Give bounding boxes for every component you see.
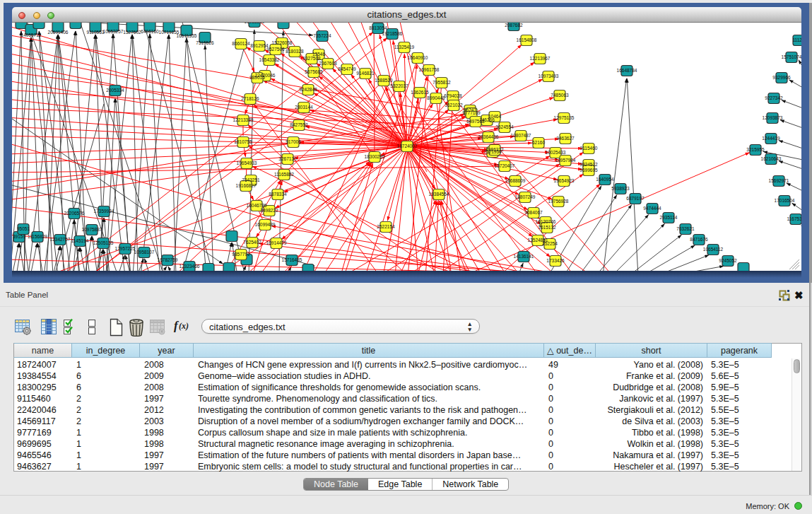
svg-text:11156829: 11156829 bbox=[28, 234, 47, 239]
svg-text:10653257: 10653257 bbox=[103, 29, 124, 34]
svg-text:9327508: 9327508 bbox=[302, 56, 321, 61]
svg-text:19756928: 19756928 bbox=[548, 199, 569, 204]
svg-text:(x): (x) bbox=[179, 321, 189, 331]
svg-text:3624554: 3624554 bbox=[495, 124, 514, 129]
svg-text:17957225: 17957225 bbox=[115, 246, 136, 251]
svg-text:15751074: 15751074 bbox=[782, 54, 801, 59]
svg-text:1640954: 1640954 bbox=[596, 177, 614, 182]
svg-text:2367608: 2367608 bbox=[319, 61, 337, 66]
svg-text:10958107: 10958107 bbox=[134, 250, 155, 255]
svg-text:1527602: 1527602 bbox=[123, 30, 141, 35]
svg-text:19654923: 19654923 bbox=[554, 178, 575, 183]
svg-text:9463627: 9463627 bbox=[556, 136, 575, 141]
svg-text:16648784: 16648784 bbox=[617, 68, 637, 73]
svg-text:9699695: 9699695 bbox=[579, 168, 598, 173]
svg-text:7632621: 7632621 bbox=[676, 226, 695, 231]
svg-text:1615132: 1615132 bbox=[538, 225, 556, 230]
svg-text:19384554: 19384554 bbox=[429, 192, 449, 197]
svg-text:15692971: 15692971 bbox=[769, 178, 789, 183]
svg-text:7986322: 7986322 bbox=[486, 147, 504, 152]
svg-text:9110553: 9110553 bbox=[87, 30, 105, 35]
svg-text:2005334: 2005334 bbox=[106, 88, 124, 93]
svg-text:10807487: 10807487 bbox=[511, 133, 531, 138]
svg-text:9245052: 9245052 bbox=[719, 258, 737, 263]
svg-text:2087682: 2087682 bbox=[505, 23, 523, 28]
svg-text:16046786: 16046786 bbox=[247, 203, 267, 208]
svg-text:20206576: 20206576 bbox=[64, 211, 85, 216]
svg-text:917006: 917006 bbox=[286, 139, 301, 144]
svg-text:1588520: 1588520 bbox=[375, 78, 393, 83]
svg-text:16782759: 16782759 bbox=[158, 257, 178, 262]
svg-text:12323466: 12323466 bbox=[180, 264, 200, 269]
svg-text:2803144: 2803144 bbox=[295, 105, 313, 110]
svg-text:12093873: 12093873 bbox=[763, 115, 783, 120]
svg-text:7485063: 7485063 bbox=[551, 93, 569, 98]
svg-text:8471676: 8471676 bbox=[690, 237, 708, 242]
svg-text:9329966: 9329966 bbox=[772, 75, 791, 80]
svg-text:2935114: 2935114 bbox=[660, 215, 678, 220]
svg-text:10973493: 10973493 bbox=[539, 74, 559, 78]
svg-text:1244419: 1244419 bbox=[762, 136, 780, 141]
svg-text:12342757: 12342757 bbox=[50, 237, 71, 242]
svg-text:9227342: 9227342 bbox=[765, 95, 783, 100]
svg-text:12213389: 12213389 bbox=[233, 117, 254, 122]
svg-text:12213967: 12213967 bbox=[530, 56, 551, 61]
svg-text:8813054: 8813054 bbox=[369, 25, 387, 30]
svg-text:16154808: 16154808 bbox=[517, 37, 537, 42]
svg-text:8912954: 8912954 bbox=[250, 43, 269, 48]
svg-text:11125: 11125 bbox=[792, 37, 801, 42]
svg-text:20364436: 20364436 bbox=[478, 134, 499, 139]
svg-text:3215955: 3215955 bbox=[746, 147, 765, 152]
svg-text:8990448: 8990448 bbox=[427, 95, 445, 100]
svg-text:20691406: 20691406 bbox=[48, 30, 69, 35]
svg-text:7343251: 7343251 bbox=[242, 177, 260, 182]
svg-text:3498222: 3498222 bbox=[260, 208, 278, 213]
svg-text:16543382: 16543382 bbox=[259, 57, 280, 62]
svg-text:12505135: 12505135 bbox=[93, 240, 114, 245]
svg-text:16671355: 16671355 bbox=[177, 33, 197, 38]
svg-text:16640910: 16640910 bbox=[408, 55, 428, 60]
svg-text:15226058: 15226058 bbox=[272, 40, 293, 45]
svg-text:5675685: 5675685 bbox=[305, 69, 323, 74]
svg-text:9084067: 9084067 bbox=[524, 210, 543, 215]
svg-text:95051: 95051 bbox=[17, 226, 30, 231]
svg-text:16914479: 16914479 bbox=[266, 240, 287, 245]
svg-text:2718126: 2718126 bbox=[241, 96, 259, 101]
svg-text:6794028: 6794028 bbox=[444, 93, 462, 98]
svg-text:9857791: 9857791 bbox=[232, 252, 250, 257]
svg-text:18724007: 18724007 bbox=[397, 144, 418, 148]
svg-text:989015: 989015 bbox=[249, 75, 265, 80]
svg-text:8878334: 8878334 bbox=[269, 192, 287, 197]
svg-text:9527506: 9527506 bbox=[266, 47, 285, 52]
svg-text:252254: 252254 bbox=[542, 241, 558, 246]
svg-text:1621022: 1621022 bbox=[445, 103, 463, 107]
svg-text:14136141: 14136141 bbox=[514, 254, 534, 259]
svg-text:8180328: 8180328 bbox=[286, 49, 304, 54]
svg-text:16961758: 16961758 bbox=[419, 67, 440, 72]
svg-text:9115460: 9115460 bbox=[580, 146, 598, 151]
svg-text:18807249: 18807249 bbox=[515, 194, 536, 199]
svg-text:1733426: 1733426 bbox=[546, 258, 565, 263]
svg-text:19166827: 19166827 bbox=[236, 183, 257, 188]
svg-text:7357224: 7357224 bbox=[313, 33, 331, 38]
svg-text:39159: 39159 bbox=[13, 234, 25, 239]
svg-text:9474444: 9474444 bbox=[643, 206, 661, 211]
svg-text:8427552: 8427552 bbox=[290, 122, 308, 127]
svg-text:7515526: 7515526 bbox=[196, 40, 214, 45]
svg-text:10025433: 10025433 bbox=[546, 150, 566, 155]
svg-text:16099489: 16099489 bbox=[255, 222, 276, 227]
svg-text:19654933: 19654933 bbox=[237, 160, 257, 165]
svg-text:9824512: 9824512 bbox=[579, 162, 598, 167]
svg-text:11165882: 11165882 bbox=[274, 172, 294, 177]
svg-text:5938923: 5938923 bbox=[611, 186, 630, 191]
svg-text:11325419: 11325419 bbox=[394, 45, 415, 49]
svg-text:16210643: 16210643 bbox=[761, 156, 782, 161]
svg-text:10975887: 10975887 bbox=[82, 227, 102, 232]
svg-text:8660124: 8660124 bbox=[232, 41, 250, 46]
svg-text:7625402: 7625402 bbox=[243, 240, 261, 245]
svg-text:17016504: 17016504 bbox=[775, 198, 795, 203]
svg-text:17359924: 17359924 bbox=[94, 209, 114, 214]
svg-text:15716485: 15716485 bbox=[282, 257, 302, 262]
svg-text:16120746: 16120746 bbox=[536, 219, 556, 224]
svg-text:1362615: 1362615 bbox=[411, 90, 429, 95]
